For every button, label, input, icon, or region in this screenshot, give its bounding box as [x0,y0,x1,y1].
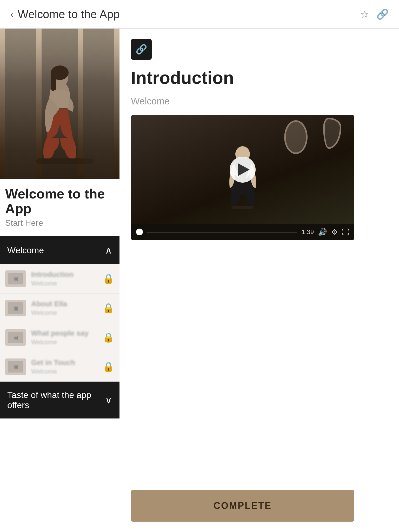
progress-bar[interactable] [147,232,297,232]
settings-icon[interactable]: ⚙ [331,228,338,236]
lesson-item[interactable]: ▣ Get in Touch Welcome 🔒 [0,352,119,382]
header: ‹ Welcome to the App ☆ 🔗 [0,0,399,29]
thumb-inner: ▣ [8,273,23,284]
complete-button[interactable]: COMPLETE [131,490,354,522]
chevron-down-icon: ∨ [105,394,112,406]
lesson-item[interactable]: ▣ About Ella Welcome 🔒 [0,294,119,323]
mirror-left [284,120,308,154]
chevron-up-icon: ∧ [105,244,112,256]
video-thumb-icon: ▣ [13,364,18,370]
mirror-right [323,118,341,149]
lesson-thumbnail: ▣ [5,270,26,287]
window-bg [0,29,119,179]
lesson-list: ▣ Introduction Welcome 🔒 ▣ About Ella [0,264,119,382]
svg-rect-8 [0,29,119,179]
lock-icon: 🔒 [103,303,114,314]
lesson-section-label: Welcome [31,280,99,287]
header-right: ☆ 🔗 [360,9,389,20]
lesson-text: Introduction Welcome [31,270,99,287]
left-column: Welcome to the App Start Here Welcome ∧ … [0,29,119,532]
course-title: Welcome to the App [5,187,114,216]
lock-icon: 🔒 [103,273,114,284]
video-preview-area [131,115,354,224]
chain-link-icon: 🔗 [136,44,147,55]
header-title: Welcome to the App [18,8,120,21]
lesson-name: What people say [31,329,99,337]
hero-image [0,29,119,179]
volume-icon[interactable]: 🔊 [318,228,327,236]
video-duration: 1:39 [302,228,314,236]
lesson-item[interactable]: ▣ What people say Welcome 🔒 [0,323,119,352]
section-welcome-header[interactable]: Welcome ∧ [0,236,119,264]
favorite-icon[interactable]: ☆ [360,9,369,20]
play-triangle-icon [238,163,250,176]
lesson-thumbnail: ▣ [5,300,26,316]
lesson-section-label: Welcome [31,309,99,316]
video-thumb-icon: ▣ [13,305,18,311]
section-taste-label: Taste of what the app offers [7,390,105,410]
svg-rect-10 [232,206,253,209]
right-column: 🔗 Introduction Welcome [119,29,399,532]
thumb-inner: ▣ [8,361,23,373]
fullscreen-icon[interactable]: ⛶ [342,228,349,236]
lesson-section-label: Welcome [31,338,99,346]
lesson-text: Get in Touch Welcome [31,358,99,375]
section-welcome-label: Welcome [7,245,44,255]
lesson-section-label: Welcome [31,368,99,375]
lesson-name: Introduction [31,270,99,279]
thumb-inner: ▣ [8,302,23,314]
video-player[interactable]: 1:39 🔊 ⚙ ⛶ [131,115,354,240]
lesson-thumbnail: ▣ [5,358,26,375]
back-button[interactable]: ‹ [10,9,14,20]
detail-link-icon-box[interactable]: 🔗 [131,39,152,60]
intro-title-text: Introduction [131,68,388,88]
lesson-text: About Ella Welcome [31,300,99,316]
lesson-thumbnail: ▣ [5,329,26,346]
video-thumb-icon: ▣ [13,334,18,341]
section-taste-header[interactable]: Taste of what the app offers ∨ [0,382,119,418]
lesson-name: Get in Touch [31,358,99,367]
lesson-item[interactable]: ▣ Introduction Welcome 🔒 [0,264,119,294]
play-button[interactable] [230,157,256,183]
progress-indicator[interactable] [136,229,143,235]
lesson-name: About Ella [31,300,99,308]
video-controls: 1:39 🔊 ⚙ ⛶ [131,224,354,240]
course-subtitle: Start Here [5,218,114,228]
main-layout: Welcome to the App Start Here Welcome ∧ … [0,29,399,532]
lock-icon: 🔒 [103,361,114,372]
detail-title: Introduction [131,68,388,88]
video-thumb-icon: ▣ [13,276,18,282]
header-left: ‹ Welcome to the App [10,8,120,21]
thumb-inner: ▣ [8,332,23,343]
course-info: Welcome to the App Start Here [0,179,119,232]
intro-subtitle-text: Welcome [131,96,388,107]
lesson-text: What people say Welcome [31,329,99,346]
lock-icon: 🔒 [103,332,114,343]
link-icon[interactable]: 🔗 [376,9,389,20]
